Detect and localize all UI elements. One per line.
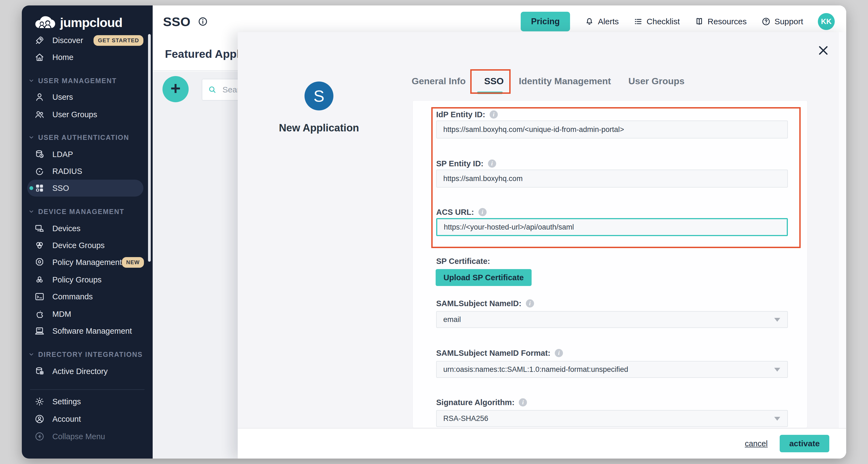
- bell-icon: [585, 17, 594, 26]
- tab-general-info[interactable]: General Info: [412, 75, 466, 87]
- jumpcloud-logo-icon: [34, 15, 57, 30]
- sidebar-item-ldap[interactable]: LDAP: [27, 146, 144, 163]
- caret-down-icon: [774, 318, 780, 322]
- tab-user-groups[interactable]: User Groups: [628, 75, 685, 87]
- field-label: SAMLSubject NameID:: [436, 299, 522, 308]
- sidebar-section-device-management[interactable]: DEVICE MANAGEMENT: [28, 205, 124, 218]
- sidebar-divider: [30, 389, 145, 390]
- acs-url-input[interactable]: [436, 218, 788, 236]
- sidebar-item-sso[interactable]: SSO: [27, 180, 144, 196]
- idp-entity-id-label-row: IdP Entity ID: i: [436, 110, 498, 119]
- field-label: SP Entity ID:: [436, 159, 484, 168]
- saml-subject-nameid-select[interactable]: email: [436, 311, 788, 328]
- idp-entity-id-input[interactable]: [436, 121, 788, 138]
- resources-button[interactable]: Resources: [694, 17, 747, 26]
- sidebar-item-home[interactable]: Home: [27, 49, 144, 66]
- app-window: jumpcloud Discover GET STARTED Home USER…: [22, 5, 846, 459]
- field-label: IdP Entity ID:: [436, 110, 485, 119]
- sidebar: jumpcloud Discover GET STARTED Home USER…: [22, 5, 153, 459]
- info-icon[interactable]: i: [478, 208, 487, 216]
- user-avatar[interactable]: KK: [818, 13, 835, 30]
- sidebar-section-label: DIRECTORY INTEGRATIONS: [38, 350, 143, 359]
- sidebar-item-policy-management[interactable]: Policy Management NEW: [27, 254, 144, 271]
- info-icon[interactable]: i: [488, 159, 496, 168]
- cancel-button[interactable]: cancel: [745, 439, 768, 448]
- sidebar-item-device-groups[interactable]: Device Groups: [27, 237, 144, 254]
- sidebar-item-label: Collapse Menu: [52, 432, 105, 441]
- sidebar-item-policy-groups[interactable]: Policy Groups: [27, 271, 144, 288]
- alerts-label: Alerts: [598, 17, 619, 26]
- sidebar-section-directory-integrations[interactable]: DIRECTORY INTEGRATIONS: [28, 348, 143, 361]
- devices-icon: [34, 223, 45, 234]
- sidebar-item-account[interactable]: Account: [27, 410, 144, 428]
- alerts-button[interactable]: Alerts: [585, 17, 619, 26]
- sidebar-item-label: Software Management: [52, 327, 132, 336]
- sidebar-item-settings[interactable]: Settings: [27, 393, 144, 410]
- caret-down-icon: [774, 417, 780, 421]
- policy-management-icon: [34, 257, 45, 268]
- close-icon[interactable]: [817, 44, 830, 57]
- saml-subject-nameid-label-row: SAMLSubject NameID: i: [436, 299, 534, 308]
- sidebar-item-label: Commands: [52, 292, 93, 301]
- select-value: email: [443, 315, 461, 324]
- info-icon[interactable]: i: [519, 398, 527, 406]
- collapse-arrow-icon: [34, 431, 45, 442]
- sidebar-item-label: Active Directory: [52, 367, 108, 376]
- chevron-down-icon: [28, 351, 34, 358]
- sidebar-item-commands[interactable]: Commands: [27, 288, 144, 305]
- get-started-badge: GET STARTED: [94, 35, 144, 46]
- sidebar-section-label: USER AUTHENTICATION: [38, 133, 129, 142]
- sidebar-item-software-management[interactable]: Software Management: [27, 322, 144, 339]
- saml-subject-nameid-format-select[interactable]: urn:oasis:names:tc:SAML:1.0:nameid-forma…: [436, 361, 788, 378]
- info-icon[interactable]: i: [526, 299, 534, 308]
- sidebar-item-users[interactable]: Users: [27, 89, 144, 105]
- active-tab-underline: [477, 92, 503, 94]
- add-application-button[interactable]: +: [162, 76, 189, 102]
- sidebar-item-user-groups[interactable]: User Groups: [27, 106, 144, 123]
- sidebar-item-label: Discover: [52, 36, 83, 45]
- sidebar-item-radius[interactable]: RADIUS: [27, 163, 144, 180]
- checklist-button[interactable]: Checklist: [633, 17, 680, 26]
- sidebar-section-user-management[interactable]: USER MANAGEMENT: [28, 74, 117, 87]
- drawer-scrollbar[interactable]: [839, 32, 846, 459]
- sidebar-item-collapse-menu[interactable]: Collapse Menu: [27, 428, 144, 445]
- tab-identity-management[interactable]: Identity Management: [519, 75, 611, 87]
- info-icon[interactable]: [198, 17, 208, 27]
- tab-sso[interactable]: SSO: [484, 75, 504, 87]
- sidebar-item-active-directory[interactable]: Active Directory: [27, 363, 144, 380]
- search-icon: [208, 85, 217, 94]
- signature-algorithm-select[interactable]: RSA-SHA256: [436, 410, 788, 427]
- screen: jumpcloud Discover GET STARTED Home USER…: [0, 0, 868, 464]
- chevron-down-icon: [28, 134, 34, 141]
- checklist-icon: [633, 17, 643, 26]
- radius-gauge-icon: [34, 166, 45, 176]
- software-management-icon: [34, 326, 45, 336]
- sidebar-item-devices[interactable]: Devices: [27, 220, 144, 237]
- chevron-down-icon: [28, 78, 34, 84]
- application-name: New Application: [259, 122, 379, 134]
- sp-entity-id-label-row: SP Entity ID: i: [436, 159, 496, 168]
- resources-label: Resources: [708, 17, 747, 26]
- gear-icon: [34, 396, 45, 407]
- field-label: Signature Algorithm:: [436, 398, 515, 407]
- sp-entity-id-input[interactable]: [436, 169, 788, 188]
- caret-down-icon: [774, 368, 780, 372]
- user-icon: [34, 92, 45, 102]
- info-icon[interactable]: i: [555, 349, 563, 357]
- acs-url-label-row: ACS URL: i: [436, 207, 487, 217]
- sidebar-item-label: Device Groups: [52, 241, 105, 250]
- sidebar-item-label: SSO: [52, 184, 69, 193]
- activate-button[interactable]: activate: [780, 435, 829, 452]
- support-button[interactable]: Support: [762, 17, 803, 26]
- sidebar-item-mdm[interactable]: MDM: [27, 306, 144, 322]
- sidebar-item-label: LDAP: [52, 150, 73, 159]
- sidebar-item-discover[interactable]: Discover GET STARTED: [27, 32, 144, 49]
- info-icon[interactable]: i: [490, 111, 498, 119]
- upload-sp-certificate-button[interactable]: Upload SP Certificate: [436, 269, 532, 286]
- help-circle-icon: [762, 17, 771, 26]
- sidebar-section-user-authentication[interactable]: USER AUTHENTICATION: [28, 131, 129, 144]
- brand[interactable]: jumpcloud: [34, 15, 122, 30]
- sidebar-scrollbar[interactable]: [148, 34, 151, 262]
- pricing-button[interactable]: Pricing: [521, 12, 570, 31]
- new-badge: NEW: [122, 257, 144, 268]
